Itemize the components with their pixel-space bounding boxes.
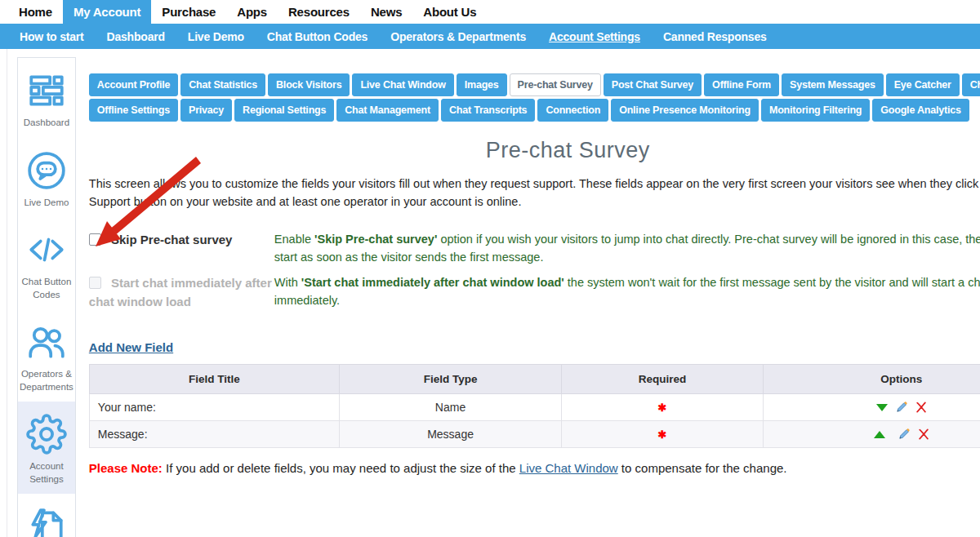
required-asterisk: ✱: [658, 428, 667, 441]
col-field-title: Field Title: [89, 365, 339, 394]
move-down-icon[interactable]: [876, 404, 888, 411]
skip-prechat-row: Skip Pre-chat survey Enable 'Skip Pre-ch…: [89, 231, 980, 267]
top-menu-about-us[interactable]: About Us: [412, 0, 487, 24]
skip-prechat-option: Skip Pre-chat survey: [89, 231, 274, 267]
sidebar-item-live-demo[interactable]: Live Demo: [18, 138, 75, 218]
tab-chat-transcripts[interactable]: Chat Transcripts: [441, 99, 535, 122]
tab-system-messages[interactable]: System Messages: [782, 73, 884, 96]
settings-tabs-row2: Offline Settings Privacy Regional Settin…: [89, 99, 980, 122]
nav-live-demo[interactable]: Live Demo: [176, 24, 256, 49]
live-chat-window-link[interactable]: Live Chat Window: [519, 461, 618, 475]
top-menu-news[interactable]: News: [360, 0, 412, 24]
tab-privacy[interactable]: Privacy: [180, 99, 232, 122]
delete-x-icon[interactable]: [915, 402, 927, 413]
tab-connection[interactable]: Connection: [537, 99, 608, 122]
tab-post-chat-survey[interactable]: Post Chat Survey: [604, 73, 702, 96]
tab-block-visitors[interactable]: Block Visitors: [268, 73, 350, 96]
settings-tabs-row1: Account Profile Chat Statistics Block Vi…: [89, 73, 980, 96]
sidebar-item-operators-departments[interactable]: Operators & Departments: [18, 309, 75, 402]
col-field-type: Field Type: [339, 365, 561, 394]
tab-online-presence-monitoring[interactable]: Online Presence Monitoring: [611, 99, 759, 122]
tab-images[interactable]: Images: [457, 73, 507, 96]
tab-monitoring-filtering[interactable]: Monitoring Filtering: [761, 99, 870, 122]
field-type-cell: Message: [339, 421, 561, 448]
col-required: Required: [562, 365, 764, 394]
nav-account-settings[interactable]: Account Settings: [537, 24, 652, 49]
lightning-page-icon: [26, 506, 67, 537]
col-options: Options: [763, 365, 980, 394]
top-menu-my-account[interactable]: My Account: [63, 0, 151, 24]
account-nav-bar: How to start Dashboard Live Demo Chat Bu…: [0, 24, 980, 49]
sidebar-item-account-settings[interactable]: Account Settings: [18, 402, 75, 494]
table-header-row: Field Title Field Type Required Options: [89, 365, 980, 394]
users-icon: [26, 322, 67, 362]
please-note-text: Please Note: If you add or delete fields…: [89, 461, 980, 475]
field-title-cell: Message:: [89, 421, 339, 448]
top-menu-purchase[interactable]: Purchase: [151, 0, 226, 24]
table-row: Message: Message ✱: [89, 421, 980, 448]
sidebar: Dashboard Live Demo Chat Button Codes Op…: [17, 57, 76, 537]
live-demo-icon: [26, 150, 67, 191]
top-menu-bar: Home My Account Purchase Apps Resources …: [0, 0, 980, 24]
code-icon: [26, 229, 67, 270]
start-chat-row: Start chat immediately after chat window…: [89, 274, 980, 311]
nav-canned-responses[interactable]: Canned Responses: [652, 24, 778, 49]
page-title: Pre-chat Survey: [89, 138, 980, 163]
tab-account-profile[interactable]: Account Profile: [89, 73, 178, 96]
table-row: Your name: Name ✱: [89, 394, 980, 421]
tab-chat-statistics[interactable]: Chat Statistics: [180, 73, 265, 96]
gear-icon: [26, 414, 67, 455]
required-asterisk: ✱: [658, 402, 667, 414]
sidebar-item-canned-responses[interactable]: Canned Responses: [18, 494, 75, 537]
nav-dashboard[interactable]: Dashboard: [96, 24, 176, 49]
edit-pencil-icon[interactable]: [898, 428, 911, 441]
field-type-cell: Name: [339, 394, 561, 421]
tab-pre-chat-survey[interactable]: Pre-chat Survey: [510, 73, 601, 96]
tab-regional-settings[interactable]: Regional Settings: [234, 99, 334, 122]
tab-offline-form[interactable]: Offline Form: [704, 73, 779, 96]
field-title-cell: Your name:: [89, 394, 339, 421]
skip-prechat-checkbox[interactable]: [89, 233, 101, 246]
skip-prechat-label: Skip Pre-chat survey: [111, 233, 232, 246]
main-panel: Account Profile Chat Statistics Block Vi…: [76, 49, 980, 537]
fields-table: Field Title Field Type Required Options …: [89, 364, 980, 448]
skip-prechat-description: Enable 'Skip Pre-chat survey' option if …: [274, 231, 980, 267]
start-chat-description: With 'Start chat immediately after chat …: [274, 274, 980, 311]
sidebar-item-dashboard[interactable]: Dashboard: [18, 58, 75, 138]
nav-operators-departments[interactable]: Operators & Departments: [379, 24, 537, 49]
tab-live-chat-window[interactable]: Live Chat Window: [352, 73, 453, 96]
tab-eye-catcher[interactable]: Eye Catcher: [886, 73, 960, 96]
tab-chat-management[interactable]: Chat Management: [336, 99, 439, 122]
tab-google-analytics[interactable]: Google Analytics: [872, 99, 969, 122]
move-up-icon[interactable]: [874, 431, 885, 438]
edit-pencil-icon[interactable]: [895, 401, 908, 414]
add-new-field-link[interactable]: Add New Field: [89, 340, 173, 354]
tab-chat-invitation[interactable]: Chat Invitation: [962, 73, 980, 96]
start-chat-label: Start chat immediately after chat window…: [89, 276, 272, 308]
content-area: Dashboard Live Demo Chat Button Codes Op…: [7, 49, 980, 537]
top-menu-apps[interactable]: Apps: [226, 0, 278, 24]
dashboard-icon: [26, 70, 67, 111]
sidebar-item-chat-button-codes[interactable]: Chat Button Codes: [18, 217, 75, 309]
nav-chat-button-codes[interactable]: Chat Button Codes: [256, 24, 379, 49]
top-menu-resources[interactable]: Resources: [278, 0, 360, 24]
tab-offline-settings[interactable]: Offline Settings: [89, 99, 178, 122]
intro-text: This screen allows you to customize the …: [89, 175, 980, 211]
nav-how-to-start[interactable]: How to start: [8, 24, 96, 49]
delete-x-icon[interactable]: [918, 428, 929, 440]
start-chat-checkbox[interactable]: [89, 277, 101, 289]
top-menu-home[interactable]: Home: [8, 0, 63, 24]
start-chat-option: Start chat immediately after chat window…: [89, 274, 274, 311]
